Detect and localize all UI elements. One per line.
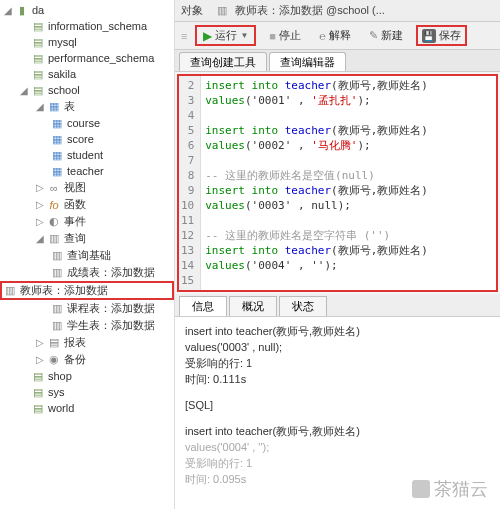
tree-views[interactable]: ▷∞视图 xyxy=(0,179,174,196)
table-icon: ▦ xyxy=(50,148,64,162)
nav-back-icon[interactable]: ≡ xyxy=(181,30,187,42)
output-line: 时间: 0.111s xyxy=(185,371,490,387)
tree-label: da xyxy=(32,4,44,16)
query-file-icon: ▥ xyxy=(50,319,64,333)
output-line: values('0003' , null); xyxy=(185,339,490,355)
tree-label: 查询基础 xyxy=(67,248,111,263)
tree-label: 备份 xyxy=(64,352,86,367)
output-line: insert into teacher(教师号,教师姓名) xyxy=(185,323,490,339)
tree-query[interactable]: ▥成绩表：添加数据 xyxy=(0,264,174,281)
sql-editor[interactable]: 23456789101112131415 insert into teacher… xyxy=(177,74,498,292)
database-icon: ▤ xyxy=(31,67,45,81)
tree-db[interactable]: ▤performance_schema xyxy=(0,50,174,66)
tree-label: mysql xyxy=(48,36,77,48)
tables-icon: ▦ xyxy=(47,100,61,114)
btn-label: 新建 xyxy=(381,28,403,43)
toolbar: ≡ ▶运行▼ ■停止 ℮解释 ✎新建 💾保存 xyxy=(175,22,500,50)
tree-db[interactable]: ▤mysql xyxy=(0,34,174,50)
tree-db[interactable]: ▤information_schema xyxy=(0,18,174,34)
database-icon: ▤ xyxy=(31,35,45,49)
btn-label: 停止 xyxy=(279,28,301,43)
tree-label: course xyxy=(67,117,100,129)
tree-label: 教师表：添加数据 xyxy=(20,283,108,298)
report-icon: ▤ xyxy=(47,336,61,350)
tree-db-school[interactable]: ◢▤school xyxy=(0,82,174,98)
database-icon: ▤ xyxy=(31,19,45,33)
code-content[interactable]: insert into teacher(教师号,教师姓名)values('000… xyxy=(201,76,432,290)
tree-table[interactable]: ▦student xyxy=(0,147,174,163)
output-tabs: 信息 概况 状态 xyxy=(175,294,500,317)
tree-label: 报表 xyxy=(64,335,86,350)
explain-icon: ℮ xyxy=(319,30,326,42)
tree-label: school xyxy=(48,84,80,96)
db-tree[interactable]: ◢▮da ▤information_schema ▤mysql ▤perform… xyxy=(0,0,175,509)
tree-db[interactable]: ▤sakila xyxy=(0,66,174,82)
explain-button[interactable]: ℮解释 xyxy=(314,26,356,45)
subtab-builder[interactable]: 查询创建工具 xyxy=(179,52,267,71)
outtab-status[interactable]: 状态 xyxy=(279,296,327,316)
tree-table[interactable]: ▦score xyxy=(0,131,174,147)
query-file-icon: ▥ xyxy=(215,4,229,18)
output-line: 受影响的行: 1 xyxy=(185,455,490,471)
tree-tables[interactable]: ◢▦表 xyxy=(0,98,174,115)
save-button[interactable]: 💾保存 xyxy=(416,25,467,46)
tree-connection[interactable]: ◢▮da xyxy=(0,2,174,18)
table-icon: ▦ xyxy=(50,116,64,130)
tree-label: performance_schema xyxy=(48,52,154,64)
stop-button[interactable]: ■停止 xyxy=(264,26,306,45)
tree-label: 表 xyxy=(64,99,75,114)
table-icon: ▦ xyxy=(50,132,64,146)
tree-table[interactable]: ▦teacher xyxy=(0,163,174,179)
backup-icon: ◉ xyxy=(47,353,61,367)
output-line: 时间: 0.095s xyxy=(185,471,490,487)
tree-backup[interactable]: ▷◉备份 xyxy=(0,351,174,368)
tree-db[interactable]: ▤shop xyxy=(0,368,174,384)
tab-objects[interactable]: 对象 xyxy=(181,3,203,18)
new-icon: ✎ xyxy=(369,29,378,42)
query-file-icon: ▥ xyxy=(50,302,64,316)
btn-label: 解释 xyxy=(329,28,351,43)
table-icon: ▦ xyxy=(50,164,64,178)
document-tabs: 对象 ▥教师表：添加数据 @school (... xyxy=(175,0,500,22)
new-button[interactable]: ✎新建 xyxy=(364,26,408,45)
tree-query-teacher[interactable]: ▥教师表：添加数据 xyxy=(0,281,174,300)
query-file-icon: ▥ xyxy=(50,249,64,263)
tree-queries[interactable]: ◢▥查询 xyxy=(0,230,174,247)
main-panel: 对象 ▥教师表：添加数据 @school (... ≡ ▶运行▼ ■停止 ℮解释… xyxy=(175,0,500,509)
editor-subtabs: 查询创建工具 查询编辑器 xyxy=(175,50,500,72)
function-icon: fo xyxy=(47,198,61,212)
outtab-profile[interactable]: 概况 xyxy=(229,296,277,316)
tree-label: shop xyxy=(48,370,72,382)
tree-label: 课程表：添加数据 xyxy=(67,301,155,316)
tree-label: student xyxy=(67,149,103,161)
tree-reports[interactable]: ▷▤报表 xyxy=(0,334,174,351)
save-icon: 💾 xyxy=(422,29,436,43)
event-icon: ◐ xyxy=(47,215,61,229)
tree-functions[interactable]: ▷fo函数 xyxy=(0,196,174,213)
tree-label: 视图 xyxy=(64,180,86,195)
tree-query[interactable]: ▥学生表：添加数据 xyxy=(0,317,174,334)
btn-label: 运行 xyxy=(215,28,237,43)
tree-query[interactable]: ▥查询基础 xyxy=(0,247,174,264)
database-icon: ▤ xyxy=(31,83,45,97)
outtab-info[interactable]: 信息 xyxy=(179,296,227,316)
tree-label: 学生表：添加数据 xyxy=(67,318,155,333)
run-button[interactable]: ▶运行▼ xyxy=(195,25,256,46)
tree-query[interactable]: ▥课程表：添加数据 xyxy=(0,300,174,317)
tree-table[interactable]: ▦course xyxy=(0,115,174,131)
database-icon: ▤ xyxy=(31,51,45,65)
tree-db[interactable]: ▤world xyxy=(0,400,174,416)
tree-label: sakila xyxy=(48,68,76,80)
connection-icon: ▮ xyxy=(15,3,29,17)
tree-label: 事件 xyxy=(64,214,86,229)
query-file-icon: ▥ xyxy=(50,266,64,280)
tree-events[interactable]: ▷◐事件 xyxy=(0,213,174,230)
tree-label: 查询 xyxy=(64,231,86,246)
tab-current[interactable]: ▥教师表：添加数据 @school (... xyxy=(215,3,385,18)
output-panel[interactable]: insert into teacher(教师号,教师姓名) values('00… xyxy=(175,317,500,509)
chevron-down-icon: ▼ xyxy=(240,31,248,40)
subtab-editor[interactable]: 查询编辑器 xyxy=(269,52,346,71)
tree-label: 函数 xyxy=(64,197,86,212)
view-icon: ∞ xyxy=(47,181,61,195)
tree-db[interactable]: ▤sys xyxy=(0,384,174,400)
